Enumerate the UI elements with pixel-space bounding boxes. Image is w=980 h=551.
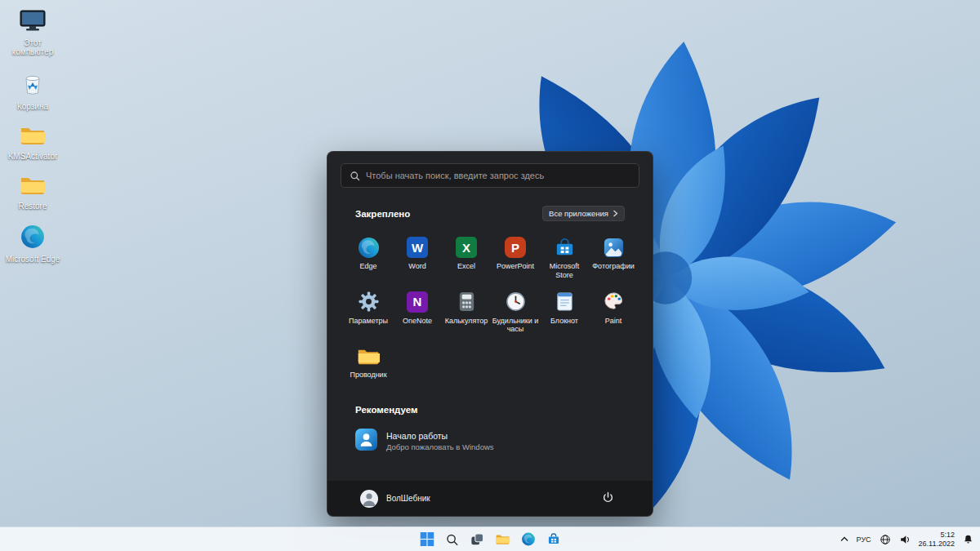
edge-icon (20, 224, 45, 252)
volume-button[interactable] (896, 530, 914, 549)
app-label: Фотографии (592, 262, 634, 271)
taskbar-center (417, 527, 564, 551)
this-pc-icon (19, 8, 47, 36)
app-label: Блокнот (550, 317, 578, 326)
start-menu-footer: ВолШебник (327, 480, 653, 516)
network-button[interactable] (876, 530, 894, 549)
desktop-icon-kmsactivator[interactable]: KMSActivator (2, 123, 64, 162)
all-apps-label: Все приложения (549, 209, 608, 218)
app-tile-store[interactable]: Microsoft Store (540, 231, 589, 282)
task-view-button[interactable] (468, 530, 488, 549)
settings-gear-icon (357, 291, 380, 313)
app-tile-onenote[interactable]: N OneNote (393, 286, 442, 337)
windows-logo-icon (420, 532, 434, 546)
app-tile-alarms[interactable]: Будильники и часы (491, 286, 540, 337)
taskbar: РУС 5:12 26.11.2022 (0, 527, 980, 551)
pinned-header: Закреплено (355, 209, 410, 219)
folder-icon (20, 125, 46, 149)
recycle-bin-icon (20, 70, 45, 100)
app-label: Edge (359, 262, 376, 271)
edge-taskbar-button[interactable] (519, 530, 538, 549)
app-label: PowerPoint (497, 262, 534, 271)
app-label: OneNote (403, 317, 432, 326)
desktop-icon-label: Microsoft Edge (6, 255, 60, 264)
file-explorer-button[interactable] (493, 530, 513, 549)
notification-bell-icon (963, 534, 973, 544)
network-globe-icon (880, 534, 891, 545)
file-explorer-icon (496, 533, 510, 545)
app-label: Будильники и часы (492, 317, 539, 335)
desktop-icon-label: Restore (18, 202, 47, 211)
calculator-icon (455, 291, 478, 313)
all-apps-button[interactable]: Все приложения (542, 206, 625, 221)
tray-overflow-button[interactable] (837, 530, 852, 549)
recommended-header: Рекомендуем (355, 405, 418, 415)
app-tile-edge[interactable]: Edge (344, 231, 393, 282)
clock-icon (504, 291, 527, 313)
excel-icon: X (455, 236, 478, 259)
edge-icon (357, 236, 380, 259)
recommended-item[interactable]: Начало работы Добро пожаловать в Windows (349, 423, 631, 460)
file-explorer-icon (357, 344, 380, 367)
user-name: ВолШебник (386, 494, 430, 503)
notepad-icon (553, 291, 576, 313)
user-profile-button[interactable]: ВолШебник (360, 490, 430, 508)
edge-icon (521, 532, 535, 546)
speaker-icon (899, 534, 911, 545)
get-started-icon (355, 429, 377, 454)
powerpoint-icon: P (504, 236, 527, 259)
start-search-input[interactable] (341, 164, 639, 187)
paint-palette-icon (602, 291, 625, 313)
notification-center-button[interactable] (960, 530, 977, 549)
search-icon (350, 171, 360, 181)
desktop-icon-edge[interactable]: Microsoft Edge (2, 223, 64, 265)
photos-icon (602, 236, 625, 259)
app-tile-excel[interactable]: X Excel (442, 231, 491, 282)
power-icon (602, 491, 614, 504)
tray-time: 5:12 (940, 531, 955, 540)
app-tile-paint[interactable]: Paint (589, 286, 638, 337)
power-button[interactable] (598, 487, 618, 510)
app-tile-photos[interactable]: Фотографии (589, 231, 638, 282)
start-button[interactable] (417, 530, 437, 549)
app-label: Word (408, 262, 425, 271)
app-label: Paint (605, 317, 622, 326)
desktop-icon-restore[interactable]: Restore (2, 173, 64, 212)
app-label: Параметры (349, 317, 388, 326)
language-indicator[interactable]: РУС (853, 530, 875, 549)
app-tile-settings[interactable]: Параметры (344, 286, 393, 337)
onenote-icon: N (406, 291, 429, 313)
desktop-icon-this-pc[interactable]: Этот компьютер (2, 7, 64, 58)
recommended-subtitle: Добро пожаловать в Windows (386, 442, 494, 451)
app-tile-notepad[interactable]: Блокнот (540, 286, 589, 337)
app-tile-calculator[interactable]: Калькулятор (442, 286, 491, 337)
chevron-right-icon (612, 210, 618, 217)
app-label: Калькулятор (445, 317, 488, 326)
app-label: Microsoft Store (541, 262, 588, 280)
app-label: Excel (457, 262, 475, 271)
folder-icon (20, 175, 46, 199)
chevron-up-icon (840, 536, 849, 542)
avatar (360, 490, 378, 508)
desktop-icon-recycle-bin[interactable]: Корзина (2, 69, 64, 113)
system-tray: РУС 5:12 26.11.2022 (837, 527, 977, 551)
app-tile-word[interactable]: W Word (393, 231, 442, 282)
recommended-title: Начало работы (386, 431, 494, 441)
microsoft-store-icon (553, 236, 576, 259)
app-tile-powerpoint[interactable]: P PowerPoint (491, 231, 540, 282)
desktop-icon-label: Корзина (17, 102, 48, 111)
pinned-apps-grid: Edge W Word X Excel P PowerPoint (344, 231, 636, 382)
store-taskbar-button[interactable] (544, 530, 564, 549)
tray-date: 26.11.2022 (919, 540, 955, 549)
microsoft-store-icon (546, 532, 560, 546)
app-tile-explorer[interactable]: Проводник (344, 340, 393, 382)
app-label: Проводник (350, 371, 386, 380)
task-view-icon (471, 533, 484, 546)
search-icon (446, 533, 459, 546)
word-icon: W (406, 236, 429, 259)
taskbar-search-button[interactable] (443, 530, 462, 549)
start-search-box[interactable] (341, 163, 639, 188)
clock[interactable]: 5:12 26.11.2022 (915, 530, 958, 549)
desktop-icon-label: Этот компьютер (3, 38, 62, 56)
desktop-icons: Этот компьютер Корзина KMSActivator (2, 7, 64, 265)
